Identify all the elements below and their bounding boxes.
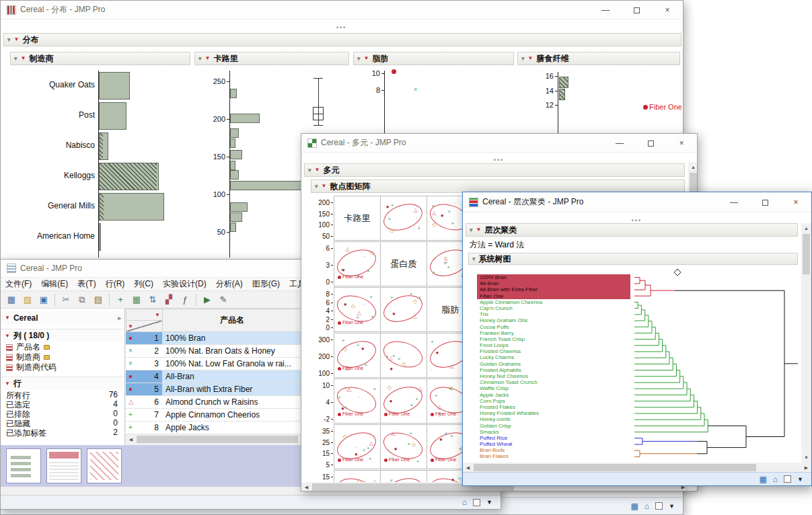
statusbar-dropdown-icon[interactable]: ▼ xyxy=(669,503,675,510)
dendrogram-item[interactable]: Honey Nut Cheerios xyxy=(480,373,632,379)
row-state-cell[interactable]: ×2 xyxy=(126,345,163,358)
histogram-bar[interactable] xyxy=(230,202,248,212)
table-panel-header[interactable]: ▼ Cereal ▸ xyxy=(1,311,124,325)
outlier-x-marker[interactable]: × xyxy=(414,87,417,93)
dendrogram-item[interactable]: Golden Crisp xyxy=(480,423,632,429)
product-name-cell[interactable]: Almond Crunch w Raisins xyxy=(162,396,302,409)
chart-icon[interactable]: ▞ xyxy=(161,293,176,307)
row-marker-plus-icon[interactable]: + xyxy=(128,424,133,431)
dendrogram-item[interactable]: Frosted Cheerios xyxy=(480,348,632,354)
disclosure-icon[interactable]: ▾ xyxy=(308,167,311,173)
matrix-scatter-cell[interactable]: +×△◇●·+Fiber One xyxy=(334,287,381,332)
new-table-icon[interactable]: ▦ xyxy=(4,293,19,307)
scrollbar-thumb[interactable] xyxy=(474,464,756,471)
cut-icon[interactable]: ✂ xyxy=(59,293,73,307)
matrix-scatter-cell[interactable]: +×△◇●·+Fiber One xyxy=(380,424,427,469)
red-triangle-menu-icon[interactable]: ▼ xyxy=(14,37,20,42)
red-triangle-menu-icon[interactable]: ▼ xyxy=(155,312,160,318)
menu-行[interactable]: 行(R) xyxy=(101,277,130,291)
matrix-scatter-cell[interactable]: +×△◇●·+Fiber One xyxy=(334,333,381,378)
row-marker-x-icon[interactable]: × xyxy=(128,360,133,367)
dendrogram-item[interactable]: Corn Pops xyxy=(480,398,632,404)
row-stat[interactable]: 已隐藏0 xyxy=(1,418,124,428)
manufacturer-bar[interactable] xyxy=(99,193,164,221)
disclosure-icon[interactable]: ▾ xyxy=(521,56,525,62)
row-marker-dot-icon[interactable]: ● xyxy=(128,386,133,393)
menu-图形[interactable]: 图形(G) xyxy=(248,277,285,291)
row-state-cell[interactable]: ●5 xyxy=(126,383,163,396)
window-thumbnail[interactable] xyxy=(87,448,122,483)
statusbar-checkbox[interactable] xyxy=(655,502,663,510)
red-triangle-menu-icon[interactable]: ▼ xyxy=(5,333,10,339)
histogram-bar[interactable] xyxy=(559,77,568,88)
dendrogram-item[interactable]: French Toast Crisp xyxy=(480,336,632,342)
window-thumbnail[interactable] xyxy=(6,448,41,483)
disclosure-icon[interactable]: ▾ xyxy=(198,56,202,62)
dendrogram-item[interactable]: Froot Loops xyxy=(480,342,632,348)
product-name-cell[interactable]: All-Bran xyxy=(162,370,302,383)
scroll-up-icon[interactable]: ▲ xyxy=(801,223,811,233)
red-triangle-menu-icon[interactable]: ▼ xyxy=(322,184,327,189)
histogram-bar[interactable] xyxy=(230,161,235,170)
dendrogram-item[interactable]: Fiber One xyxy=(480,293,632,299)
row-marker-plus-icon[interactable]: + xyxy=(128,411,133,418)
maximize-button[interactable] xyxy=(621,1,652,19)
product-name-cell[interactable]: Apple Cinnamon Cheerios xyxy=(162,409,302,422)
histogram-bar[interactable] xyxy=(230,128,239,138)
row-stat[interactable]: 已添加标签2 xyxy=(1,428,124,437)
red-triangle-menu-icon[interactable]: ▼ xyxy=(476,227,482,233)
scrollbar-thumb[interactable] xyxy=(803,234,810,274)
dendrogram-item[interactable]: Puffed Rice xyxy=(480,435,632,441)
disclosure-icon[interactable]: ▾ xyxy=(7,37,11,43)
histogram-bar[interactable] xyxy=(230,89,237,98)
grid-icon[interactable]: ▦ xyxy=(129,293,144,307)
column-item[interactable]: 产品名 xyxy=(1,342,124,352)
row-state-cell[interactable]: +7 xyxy=(126,409,163,422)
histogram-bar[interactable] xyxy=(230,150,242,159)
sort-icon[interactable]: ⇅ xyxy=(145,293,160,307)
scroll-up-icon[interactable]: ▲ xyxy=(688,162,698,172)
labeled-point[interactable] xyxy=(431,459,434,462)
disclosure-icon[interactable]: ▾ xyxy=(14,56,17,62)
dendrogram-item[interactable]: Bran Flakes xyxy=(480,453,632,459)
maximize-button[interactable] xyxy=(749,192,780,212)
dendrogram-item[interactable]: Trix xyxy=(480,311,632,317)
red-triangle-menu-icon[interactable]: ▼ xyxy=(205,56,211,61)
columns-menu-cell[interactable]: ▼ xyxy=(126,309,163,321)
row-stat[interactable]: 已排除0 xyxy=(1,409,124,418)
histogram-bar[interactable] xyxy=(230,170,239,180)
product-name-cell[interactable]: 100% Nat. Bran Oats & Honey xyxy=(162,345,302,358)
matrix-diagonal-cell[interactable]: 卡路里 xyxy=(334,196,381,241)
dendrogram-item[interactable]: Waffle Crisp xyxy=(480,385,632,391)
dendrogram-item[interactable]: 100% Bran xyxy=(480,274,632,280)
red-triangle-menu-icon[interactable]: ▼ xyxy=(528,56,533,61)
copy-icon[interactable]: ⧉ xyxy=(75,293,89,307)
row-stat[interactable]: 已选定4 xyxy=(1,399,124,409)
dendrogram-item[interactable]: Honey Graham Ohs xyxy=(480,317,632,323)
matrix-scatter-cell[interactable]: +×△◇●·+Fiber One xyxy=(334,241,381,286)
row-state-cell[interactable]: +8 xyxy=(126,422,163,434)
dendrogram-item[interactable]: Frosted Alphabits xyxy=(480,367,632,373)
scroll-left-icon[interactable]: ◀ xyxy=(126,434,136,444)
statusbar-dropdown-icon[interactable]: ▼ xyxy=(797,476,803,483)
manufacturer-bar[interactable] xyxy=(99,102,126,130)
outlier-point[interactable] xyxy=(392,69,396,74)
add-rows-icon[interactable]: + xyxy=(113,293,128,307)
red-triangle-menu-icon[interactable]: ▼ xyxy=(128,323,133,329)
dendrogram-item[interactable]: Smacks xyxy=(480,429,632,435)
scroll-left-icon[interactable]: ◀ xyxy=(301,482,311,491)
disclosure-icon[interactable]: ▾ xyxy=(472,256,476,262)
clustering-titlebar[interactable]: Cereal - 层次聚类 - JMP Pro — × xyxy=(463,192,811,212)
fit-window-icon[interactable]: ▦ xyxy=(759,475,766,483)
histogram-bar[interactable] xyxy=(230,138,235,148)
minimize-button[interactable]: — xyxy=(718,192,749,212)
close-button[interactable]: × xyxy=(666,134,697,153)
row-marker-dot-icon[interactable]: ● xyxy=(128,335,133,342)
dendrogram-item[interactable]: Cinnamon Toast Crunch xyxy=(480,379,632,385)
dendrogram-item[interactable]: Honey-comb xyxy=(480,416,632,422)
statusbar-dropdown-icon[interactable]: ▼ xyxy=(486,499,492,506)
scrollbar-thumb[interactable] xyxy=(137,436,298,443)
statusbar-checkbox[interactable] xyxy=(473,499,480,506)
row-state-cell[interactable]: △6 xyxy=(126,396,163,409)
product-name-cell[interactable]: 100% Nat. Low Fat Granola w rai... xyxy=(162,358,302,370)
